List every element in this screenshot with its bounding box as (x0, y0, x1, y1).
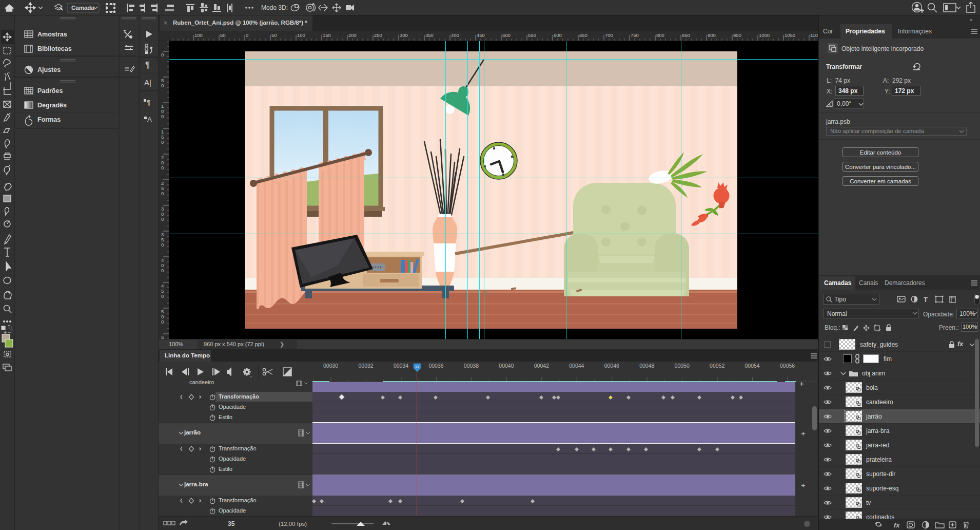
svg-text:fx: fx (894, 521, 900, 529)
svg-text:00054: 00054 (745, 363, 760, 369)
svg-text:00046: 00046 (604, 363, 619, 369)
svg-text:450: 450 (477, 32, 485, 38)
svg-text:35: 35 (228, 520, 235, 527)
svg-text:0: 0 (246, 32, 248, 38)
svg-text:Padrões: Padrões (37, 87, 63, 94)
svg-text:00042: 00042 (534, 363, 549, 369)
svg-text:0: 0 (161, 216, 164, 222)
svg-text:150: 150 (323, 32, 331, 38)
svg-text:Modo 3D:: Modo 3D: (261, 4, 288, 11)
svg-text:100: 100 (297, 32, 305, 38)
svg-text:00050: 00050 (675, 363, 690, 369)
svg-text:250: 250 (374, 32, 382, 38)
svg-text:750: 750 (631, 32, 639, 38)
svg-text:00040: 00040 (499, 363, 514, 369)
svg-text:800: 800 (656, 32, 664, 38)
svg-text:950: 950 (733, 32, 741, 38)
svg-text:0: 0 (161, 165, 164, 171)
svg-text:400: 400 (451, 32, 459, 38)
svg-text:Degradês: Degradês (37, 102, 67, 109)
svg-text:00044: 00044 (569, 363, 584, 369)
svg-text:1000: 1000 (759, 32, 770, 38)
svg-text:00034: 00034 (394, 363, 408, 369)
svg-text:A|: A| (144, 78, 151, 87)
svg-text:Bibliotecas: Bibliotecas (37, 45, 72, 52)
svg-text:5: 5 (161, 334, 164, 339)
svg-text:00032: 00032 (358, 363, 373, 369)
svg-text:200: 200 (348, 32, 357, 38)
svg-text:00030: 00030 (323, 363, 338, 369)
svg-text:(12,00 fps): (12,00 fps) (279, 521, 307, 527)
svg-text:00052: 00052 (710, 363, 724, 369)
svg-text:Ajustes: Ajustes (37, 66, 61, 73)
svg-text:0: 0 (161, 191, 164, 196)
svg-text:300: 300 (400, 32, 408, 38)
svg-text:0: 0 (161, 52, 164, 58)
svg-text:00038: 00038 (464, 363, 479, 369)
svg-text:00036: 00036 (428, 363, 443, 369)
svg-text:Formas: Formas (37, 116, 61, 123)
svg-text:00048: 00048 (639, 363, 654, 369)
svg-text:550: 550 (528, 32, 536, 38)
svg-text:650: 650 (579, 32, 587, 38)
svg-text:0: 0 (161, 242, 164, 248)
svg-text:700: 700 (605, 32, 613, 38)
svg-text:50: 50 (271, 32, 277, 38)
svg-text:1050: 1050 (785, 32, 795, 38)
svg-text:¶: ¶ (147, 99, 150, 106)
svg-text:¶: ¶ (145, 60, 150, 70)
svg-text:A: A (147, 116, 152, 123)
svg-text:500: 500 (502, 32, 511, 38)
svg-text:50: 50 (220, 32, 226, 38)
svg-text:00056: 00056 (780, 363, 795, 369)
svg-text:900: 900 (708, 32, 716, 38)
svg-text:600: 600 (554, 32, 562, 38)
svg-text:1100: 1100 (810, 32, 818, 38)
svg-text:0: 0 (161, 113, 164, 119)
svg-text:850: 850 (682, 32, 690, 38)
svg-text:T: T (924, 296, 928, 304)
svg-text:0: 0 (161, 83, 164, 88)
svg-text:0: 0 (161, 268, 164, 273)
svg-text:0: 0 (161, 293, 164, 299)
svg-text:100: 100 (194, 32, 203, 38)
svg-text:0: 0 (161, 139, 164, 145)
svg-text:350: 350 (425, 32, 434, 38)
svg-text:0: 0 (161, 319, 164, 325)
svg-text:Amostras: Amostras (37, 31, 67, 38)
svg-text:Camada: Camada (71, 5, 94, 11)
